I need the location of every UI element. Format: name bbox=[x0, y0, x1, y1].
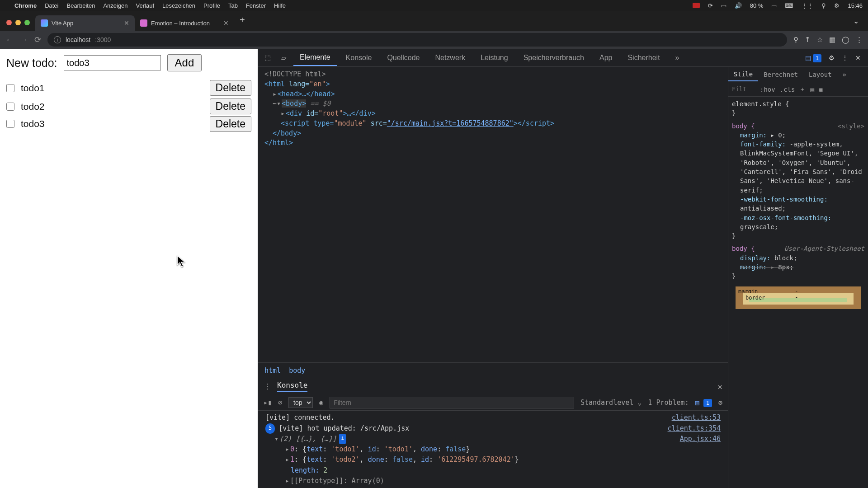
log-level-select[interactable]: Standardlevel ⌄ bbox=[580, 399, 642, 407]
console-settings-icon[interactable]: ⚙ bbox=[718, 399, 722, 407]
new-tab-button[interactable]: + bbox=[234, 12, 250, 31]
tab-close-icon[interactable]: ✕ bbox=[124, 19, 129, 27]
battery-icon[interactable]: ▭ bbox=[771, 2, 777, 9]
drawer-tab-console[interactable]: Konsole bbox=[277, 381, 307, 392]
extensions-icon[interactable]: ▦ bbox=[829, 36, 835, 44]
window-min-icon[interactable] bbox=[15, 20, 21, 25]
menu-hilfe[interactable]: Hilfe bbox=[274, 2, 286, 9]
reload-button[interactable]: ⟳ bbox=[34, 35, 41, 45]
keyboard-icon[interactable]: ⌨︎ bbox=[785, 2, 793, 9]
sync-icon[interactable]: ⟳ bbox=[708, 2, 713, 9]
problems-count[interactable]: 1 bbox=[703, 399, 712, 407]
console-clear-icon[interactable]: ⊘ bbox=[278, 399, 282, 407]
menu-fenster[interactable]: Fenster bbox=[246, 2, 266, 9]
expand-icon[interactable]: ▸ bbox=[273, 89, 277, 99]
devtools-tab-more-icon[interactable]: » bbox=[669, 50, 686, 66]
breadcrumb-body[interactable]: body bbox=[289, 366, 305, 375]
tab-vite-app[interactable]: Vite App ✕ bbox=[35, 15, 135, 31]
menu-anzeigen[interactable]: Anzeigen bbox=[103, 2, 127, 9]
devtools-tab-elements[interactable]: Elemente bbox=[293, 50, 337, 66]
zoom-icon[interactable]: ⚲ bbox=[793, 36, 798, 44]
computed-toggle-icon[interactable]: ▦ bbox=[819, 86, 822, 93]
devtools-tab-memory[interactable]: Speicherverbrauch bbox=[517, 50, 590, 66]
console-filter-input[interactable] bbox=[330, 397, 574, 408]
print-media-icon[interactable]: ▤ bbox=[810, 86, 814, 93]
styles-tab-more-icon[interactable]: » bbox=[837, 68, 852, 81]
window-close-icon[interactable] bbox=[6, 20, 12, 25]
bookmark-star-icon[interactable]: ☆ bbox=[817, 36, 823, 44]
expand-icon[interactable]: ▾ bbox=[274, 434, 278, 444]
device-toggle-icon[interactable]: ▱ bbox=[277, 51, 291, 65]
devtools-settings-icon[interactable]: ⚙ bbox=[829, 54, 835, 61]
console-output[interactable]: [vite] connected.client.ts:53 5[vite] ho… bbox=[258, 411, 728, 488]
delete-button[interactable]: Delete bbox=[210, 116, 251, 132]
problems-label: 1 Problem: bbox=[648, 399, 689, 407]
new-style-rule-icon[interactable]: ＋ bbox=[799, 85, 806, 94]
style-rules[interactable]: element.style { } body {<style> margin: … bbox=[728, 97, 868, 488]
menubar-app[interactable]: Chrome bbox=[14, 2, 37, 9]
hov-toggle[interactable]: :hov bbox=[760, 86, 775, 93]
tab-emotion[interactable]: Emotion – Introduction ✕ bbox=[135, 15, 234, 31]
todo-checkbox[interactable] bbox=[6, 120, 14, 128]
devtools-close-icon[interactable]: ✕ bbox=[855, 54, 861, 61]
tab-close-icon[interactable]: ✕ bbox=[223, 19, 229, 27]
drawer-close-icon[interactable]: ✕ bbox=[717, 382, 722, 391]
issues-badge[interactable]: ▤ 1 bbox=[805, 54, 821, 61]
forward-button[interactable]: → bbox=[20, 35, 28, 45]
add-button[interactable]: Add bbox=[167, 54, 202, 71]
live-expression-icon[interactable]: ◉ bbox=[319, 399, 323, 407]
todo-checkbox[interactable] bbox=[6, 103, 14, 111]
box-model[interactable]: margin- border- bbox=[736, 286, 861, 309]
tab-overflow-icon[interactable]: ⌄ bbox=[848, 14, 864, 31]
battery-percent[interactable]: 80 % bbox=[750, 2, 764, 9]
devtools-menu-icon[interactable]: ⋮ bbox=[842, 54, 848, 61]
menu-bearbeiten[interactable]: Bearbeiten bbox=[66, 2, 95, 9]
new-todo-input[interactable] bbox=[64, 55, 161, 70]
devtools-tab-performance[interactable]: Leistung bbox=[474, 50, 514, 66]
display-icon[interactable]: ▭ bbox=[721, 2, 726, 9]
volume-icon[interactable]: 🔊 bbox=[735, 2, 742, 9]
elements-panel: <!DOCTYPE html> <html lang="en"> ▸<head>… bbox=[258, 67, 728, 488]
menu-verlauf[interactable]: Verlauf bbox=[136, 2, 154, 9]
clock[interactable]: 15:46 bbox=[848, 2, 863, 9]
expand-icon[interactable]: ▸ bbox=[285, 455, 289, 465]
control-center-icon[interactable]: ⚙︎ bbox=[834, 2, 840, 9]
menu-datei[interactable]: Datei bbox=[45, 2, 58, 9]
devtools-tab-application[interactable]: App bbox=[593, 50, 618, 66]
cls-toggle[interactable]: .cls bbox=[780, 86, 795, 93]
delete-button[interactable]: Delete bbox=[210, 99, 251, 114]
dom-tree[interactable]: <!DOCTYPE html> <html lang="en"> ▸<head>… bbox=[258, 67, 728, 362]
devtools-tab-security[interactable]: Sicherheit bbox=[621, 50, 666, 66]
console-sidebar-icon[interactable]: ▸▮ bbox=[264, 399, 272, 407]
site-info-icon[interactable]: i bbox=[54, 36, 61, 43]
console-context-select[interactable]: top bbox=[288, 397, 313, 408]
expand-icon[interactable]: ▸ bbox=[281, 109, 285, 119]
devtools-tab-sources[interactable]: Quellcode bbox=[381, 50, 426, 66]
menu-tab[interactable]: Tab bbox=[228, 2, 238, 9]
drawer-menu-icon[interactable]: ⋮ bbox=[264, 382, 271, 391]
back-button[interactable]: ← bbox=[5, 35, 14, 45]
menu-profile[interactable]: Profile bbox=[203, 2, 220, 9]
screen-record-icon[interactable] bbox=[693, 3, 700, 8]
spotlight-icon[interactable]: ⚲ bbox=[821, 2, 826, 9]
todo-checkbox[interactable] bbox=[6, 84, 14, 92]
menu-lesezeichen[interactable]: Lesezeichen bbox=[162, 2, 195, 9]
styles-filter-input[interactable] bbox=[732, 86, 755, 93]
inspect-icon[interactable]: ⬚ bbox=[261, 51, 274, 65]
expand-icon[interactable]: ▾ bbox=[277, 99, 281, 109]
delete-button[interactable]: Delete bbox=[210, 80, 251, 96]
expand-icon[interactable]: ▸ bbox=[285, 444, 289, 455]
devtools-tab-network[interactable]: Netzwerk bbox=[429, 50, 472, 66]
styles-tab-berechnet[interactable]: Berechnet bbox=[758, 68, 803, 81]
breadcrumb-html[interactable]: html bbox=[264, 366, 281, 375]
address-bar[interactable]: i localhost:3000 bbox=[47, 33, 787, 47]
expand-icon[interactable]: ▸ bbox=[285, 476, 289, 486]
styles-tab-stile[interactable]: Stile bbox=[728, 68, 758, 81]
install-icon[interactable]: ⤒ bbox=[805, 36, 811, 44]
styles-tab-layout[interactable]: Layout bbox=[803, 68, 837, 81]
chrome-menu-icon[interactable]: ⋮ bbox=[856, 36, 863, 44]
window-max-icon[interactable] bbox=[24, 20, 30, 25]
devtools-tab-console[interactable]: Konsole bbox=[340, 50, 378, 66]
wifi-icon[interactable]: ⋮⋮ bbox=[802, 2, 813, 9]
profile-icon[interactable]: ◯ bbox=[842, 36, 849, 44]
